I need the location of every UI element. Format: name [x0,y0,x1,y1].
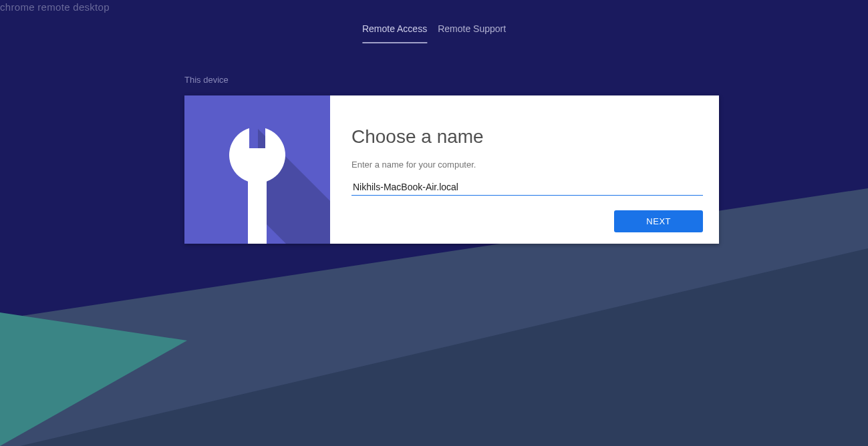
section-label-this-device: This device [184,75,229,85]
nav-tabs: Remote Access Remote Support [362,23,506,43]
card-content: Choose a name Enter a name for your comp… [330,95,719,244]
device-name-input[interactable] [351,179,703,196]
tab-remote-support[interactable]: Remote Support [438,23,506,43]
card-icon-panel [184,95,330,244]
tab-remote-access[interactable]: Remote Access [362,23,427,43]
svg-rect-6 [248,175,267,244]
next-button[interactable]: NEXT [614,210,703,232]
device-setup-card: Choose a name Enter a name for your comp… [184,95,719,244]
wrench-icon [184,95,330,244]
card-subtitle: Enter a name for your computer. [351,160,703,170]
card-title: Choose a name [351,126,703,148]
card-actions: NEXT [351,210,703,232]
app-title: chrome remote desktop [0,1,110,13]
